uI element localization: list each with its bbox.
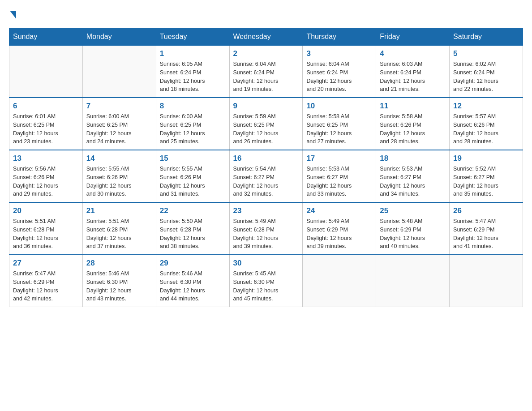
- day-number: 10: [306, 102, 372, 111]
- day-number: 4: [380, 49, 446, 58]
- day-info: Sunrise: 5:46 AM Sunset: 6:30 PM Dayligh…: [86, 270, 152, 303]
- calendar-cell: 24Sunrise: 5:49 AM Sunset: 6:29 PM Dayli…: [303, 202, 376, 255]
- day-info: Sunrise: 5:52 AM Sunset: 6:27 PM Dayligh…: [453, 165, 519, 198]
- day-info: Sunrise: 5:48 AM Sunset: 6:29 PM Dayligh…: [380, 217, 446, 251]
- calendar-cell: 13Sunrise: 5:56 AM Sunset: 6:26 PM Dayli…: [9, 150, 83, 202]
- day-info: Sunrise: 5:59 AM Sunset: 6:25 PM Dayligh…: [233, 112, 299, 146]
- calendar-cell: [450, 255, 523, 307]
- header-tuesday: Tuesday: [156, 28, 229, 46]
- day-info: Sunrise: 5:47 AM Sunset: 6:29 PM Dayligh…: [453, 217, 519, 251]
- day-info: Sunrise: 5:45 AM Sunset: 6:30 PM Dayligh…: [233, 270, 299, 303]
- day-number: 13: [13, 154, 79, 163]
- logo: [9, 9, 16, 19]
- day-info: Sunrise: 5:49 AM Sunset: 6:28 PM Dayligh…: [233, 217, 299, 251]
- day-info: Sunrise: 6:02 AM Sunset: 6:24 PM Dayligh…: [453, 60, 519, 94]
- day-info: Sunrise: 6:05 AM Sunset: 6:24 PM Dayligh…: [160, 60, 226, 94]
- day-number: 19: [453, 154, 519, 163]
- day-info: Sunrise: 5:54 AM Sunset: 6:27 PM Dayligh…: [233, 165, 299, 198]
- day-number: 7: [86, 102, 152, 111]
- calendar-cell: 21Sunrise: 5:51 AM Sunset: 6:28 PM Dayli…: [82, 202, 156, 255]
- calendar-cell: 20Sunrise: 5:51 AM Sunset: 6:28 PM Dayli…: [9, 202, 83, 255]
- calendar-week-row: 13Sunrise: 5:56 AM Sunset: 6:26 PM Dayli…: [9, 150, 523, 202]
- day-info: Sunrise: 5:58 AM Sunset: 6:25 PM Dayligh…: [306, 112, 372, 146]
- calendar-week-row: 1Sunrise: 6:05 AM Sunset: 6:24 PM Daylig…: [9, 46, 523, 98]
- calendar-cell: 7Sunrise: 6:00 AM Sunset: 6:25 PM Daylig…: [82, 98, 156, 150]
- calendar-cell: 10Sunrise: 5:58 AM Sunset: 6:25 PM Dayli…: [303, 98, 376, 150]
- header-friday: Friday: [376, 28, 450, 46]
- day-info: Sunrise: 5:55 AM Sunset: 6:26 PM Dayligh…: [160, 165, 226, 198]
- day-number: 1: [160, 49, 226, 58]
- day-number: 5: [453, 49, 519, 58]
- calendar-cell: 14Sunrise: 5:55 AM Sunset: 6:26 PM Dayli…: [82, 150, 156, 202]
- day-info: Sunrise: 6:04 AM Sunset: 6:24 PM Dayligh…: [306, 60, 372, 94]
- calendar-cell: 2Sunrise: 6:04 AM Sunset: 6:24 PM Daylig…: [229, 46, 303, 98]
- calendar-cell: [303, 255, 376, 307]
- day-number: 23: [233, 206, 299, 215]
- day-number: 9: [233, 102, 299, 111]
- day-number: 15: [160, 154, 226, 163]
- calendar-cell: 8Sunrise: 6:00 AM Sunset: 6:25 PM Daylig…: [156, 98, 229, 150]
- calendar-week-row: 27Sunrise: 5:47 AM Sunset: 6:29 PM Dayli…: [9, 255, 523, 307]
- header-saturday: Saturday: [450, 28, 523, 46]
- calendar-week-row: 20Sunrise: 5:51 AM Sunset: 6:28 PM Dayli…: [9, 202, 523, 255]
- day-number: 16: [233, 154, 299, 163]
- day-info: Sunrise: 6:03 AM Sunset: 6:24 PM Dayligh…: [380, 60, 446, 94]
- day-number: 20: [13, 206, 79, 215]
- calendar-cell: 12Sunrise: 5:57 AM Sunset: 6:26 PM Dayli…: [450, 98, 523, 150]
- calendar-cell: 11Sunrise: 5:58 AM Sunset: 6:26 PM Dayli…: [376, 98, 450, 150]
- day-number: 18: [380, 154, 446, 163]
- day-number: 2: [233, 49, 299, 58]
- day-info: Sunrise: 5:55 AM Sunset: 6:26 PM Dayligh…: [86, 165, 152, 198]
- day-info: Sunrise: 5:47 AM Sunset: 6:29 PM Dayligh…: [13, 270, 79, 303]
- calendar-cell: [82, 46, 156, 98]
- calendar-cell: 17Sunrise: 5:53 AM Sunset: 6:27 PM Dayli…: [303, 150, 376, 202]
- day-info: Sunrise: 5:58 AM Sunset: 6:26 PM Dayligh…: [380, 112, 446, 146]
- day-info: Sunrise: 6:00 AM Sunset: 6:25 PM Dayligh…: [86, 112, 152, 146]
- day-number: 30: [233, 259, 299, 268]
- logo-top: [9, 9, 16, 19]
- calendar-cell: 23Sunrise: 5:49 AM Sunset: 6:28 PM Dayli…: [229, 202, 303, 255]
- day-number: 6: [13, 102, 79, 111]
- day-info: Sunrise: 5:53 AM Sunset: 6:27 PM Dayligh…: [380, 165, 446, 198]
- day-info: Sunrise: 5:51 AM Sunset: 6:28 PM Dayligh…: [13, 217, 79, 251]
- day-number: 8: [160, 102, 226, 111]
- day-info: Sunrise: 5:57 AM Sunset: 6:26 PM Dayligh…: [453, 112, 519, 146]
- day-number: 25: [380, 206, 446, 215]
- calendar-cell: 19Sunrise: 5:52 AM Sunset: 6:27 PM Dayli…: [450, 150, 523, 202]
- calendar-cell: 15Sunrise: 5:55 AM Sunset: 6:26 PM Dayli…: [156, 150, 229, 202]
- calendar-cell: 3Sunrise: 6:04 AM Sunset: 6:24 PM Daylig…: [303, 46, 376, 98]
- day-number: 17: [306, 154, 372, 163]
- day-number: 26: [453, 206, 519, 215]
- day-number: 27: [13, 259, 79, 268]
- day-number: 22: [160, 206, 226, 215]
- calendar-table: SundayMondayTuesdayWednesdayThursdayFrid…: [9, 28, 523, 307]
- day-number: 21: [86, 206, 152, 215]
- calendar-cell: [376, 255, 450, 307]
- day-number: 28: [86, 259, 152, 268]
- calendar-cell: 1Sunrise: 6:05 AM Sunset: 6:24 PM Daylig…: [156, 46, 229, 98]
- day-number: 14: [86, 154, 152, 163]
- day-info: Sunrise: 5:46 AM Sunset: 6:30 PM Dayligh…: [160, 270, 226, 303]
- header-thursday: Thursday: [303, 28, 376, 46]
- calendar-cell: 25Sunrise: 5:48 AM Sunset: 6:29 PM Dayli…: [376, 202, 450, 255]
- calendar-cell: 6Sunrise: 6:01 AM Sunset: 6:25 PM Daylig…: [9, 98, 83, 150]
- day-number: 11: [380, 102, 446, 111]
- day-info: Sunrise: 6:00 AM Sunset: 6:25 PM Dayligh…: [160, 112, 226, 146]
- header-monday: Monday: [82, 28, 156, 46]
- calendar-cell: 27Sunrise: 5:47 AM Sunset: 6:29 PM Dayli…: [9, 255, 83, 307]
- calendar-cell: 5Sunrise: 6:02 AM Sunset: 6:24 PM Daylig…: [450, 46, 523, 98]
- calendar-cell: 29Sunrise: 5:46 AM Sunset: 6:30 PM Dayli…: [156, 255, 229, 307]
- day-number: 12: [453, 102, 519, 111]
- day-info: Sunrise: 5:51 AM Sunset: 6:28 PM Dayligh…: [86, 217, 152, 251]
- day-number: 24: [306, 206, 372, 215]
- calendar-cell: 9Sunrise: 5:59 AM Sunset: 6:25 PM Daylig…: [229, 98, 303, 150]
- calendar-header-row: SundayMondayTuesdayWednesdayThursdayFrid…: [9, 28, 523, 46]
- day-number: 29: [160, 259, 226, 268]
- day-info: Sunrise: 5:49 AM Sunset: 6:29 PM Dayligh…: [306, 217, 372, 251]
- calendar-cell: 28Sunrise: 5:46 AM Sunset: 6:30 PM Dayli…: [82, 255, 156, 307]
- logo-arrow-icon: [10, 11, 16, 19]
- calendar-cell: 18Sunrise: 5:53 AM Sunset: 6:27 PM Dayli…: [376, 150, 450, 202]
- calendar-cell: [9, 46, 83, 98]
- calendar-week-row: 6Sunrise: 6:01 AM Sunset: 6:25 PM Daylig…: [9, 98, 523, 150]
- header-wednesday: Wednesday: [229, 28, 303, 46]
